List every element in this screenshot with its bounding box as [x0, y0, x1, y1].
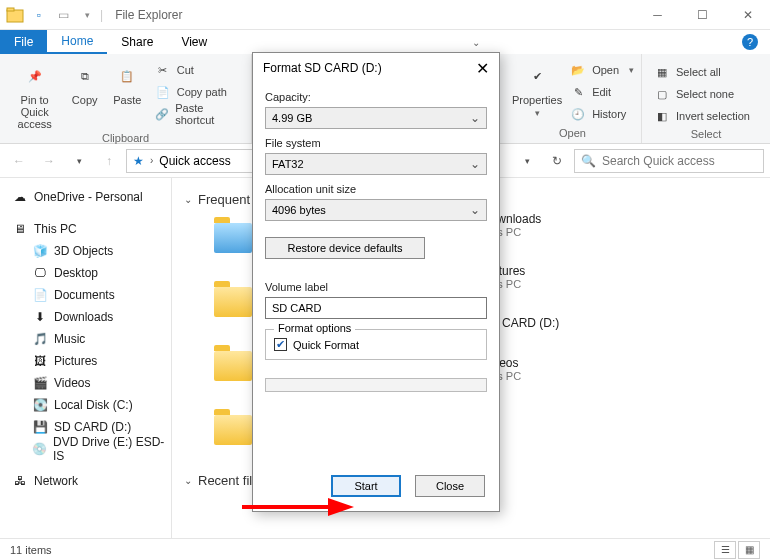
paste-shortcut-icon: 🔗 [155, 106, 170, 122]
search-input[interactable]: 🔍 Search Quick access [574, 149, 764, 173]
videos-icon: 🎬 [32, 375, 48, 391]
tree-network[interactable]: 🖧Network [4, 470, 167, 492]
restore-defaults-button[interactable]: Restore device defaults [265, 237, 425, 259]
edit-button[interactable]: ✎Edit [566, 82, 638, 102]
view-large-icons-button[interactable]: ▦ [738, 541, 760, 559]
forward-button[interactable]: → [36, 148, 62, 174]
tree-videos[interactable]: 🎬Videos [4, 372, 167, 394]
quick-access-star-icon: ★ [133, 154, 144, 168]
chevron-down-icon: ⌄ [184, 194, 192, 205]
window-title: File Explorer [115, 8, 182, 22]
history-icon: 🕘 [570, 106, 586, 122]
volume-label-input[interactable]: SD CARD [265, 297, 487, 319]
documents-icon: 📄 [32, 287, 48, 303]
tab-home[interactable]: Home [47, 30, 107, 54]
copy-button[interactable]: ⧉ Copy [65, 58, 104, 106]
tree-onedrive[interactable]: ☁OneDrive - Personal [4, 186, 167, 208]
capacity-select[interactable]: 4.99 GB [265, 107, 487, 129]
ribbon-collapse[interactable]: ⌄ [464, 30, 488, 54]
qat-dropdown-icon[interactable]: ▾ [76, 4, 98, 26]
edit-icon: ✎ [570, 84, 586, 100]
checkbox-checked-icon: ✔ [274, 338, 287, 351]
volume-label-label: Volume label [265, 281, 487, 293]
svg-rect-0 [7, 10, 23, 22]
start-button[interactable]: Start [331, 475, 401, 497]
invert-selection-button[interactable]: ◧Invert selection [650, 106, 754, 126]
tree-music[interactable]: 🎵Music [4, 328, 167, 350]
folder-icon [212, 281, 254, 323]
format-options-legend: Format options [274, 322, 355, 334]
refresh-button[interactable]: ↻ [544, 154, 570, 168]
network-icon: 🖧 [12, 473, 28, 489]
sd-icon: 💾 [32, 419, 48, 435]
paste-shortcut-button[interactable]: 🔗Paste shortcut [151, 104, 243, 124]
tab-file[interactable]: File [0, 30, 47, 54]
pc-icon: 🖥 [12, 221, 28, 237]
tab-share[interactable]: Share [107, 30, 167, 54]
app-icon [4, 4, 26, 26]
history-button[interactable]: 🕘History [566, 104, 638, 124]
tree-pictures[interactable]: 🖼Pictures [4, 350, 167, 372]
chevron-down-icon: ▾ [535, 108, 540, 118]
dialog-close-button[interactable]: ✕ [476, 59, 489, 78]
invert-selection-icon: ◧ [654, 108, 670, 124]
cut-icon: ✂ [155, 62, 171, 78]
desktop-icon: 🖵 [32, 265, 48, 281]
qat-props-icon[interactable]: ▭ [52, 4, 74, 26]
pin-to-quick-access-button[interactable]: 📌 Pin to Quick access [8, 58, 61, 130]
maximize-button[interactable]: ☐ [680, 0, 725, 30]
tab-view[interactable]: View [167, 30, 221, 54]
recent-locations-button[interactable]: ▾ [66, 148, 92, 174]
quick-format-checkbox[interactable]: ✔ Quick Format [274, 338, 478, 351]
format-progress [265, 378, 487, 392]
select-none-button[interactable]: ▢Select none [650, 84, 754, 104]
cut-button[interactable]: ✂Cut [151, 60, 243, 80]
tree-local-disk[interactable]: 💽Local Disk (C:) [4, 394, 167, 416]
properties-button[interactable]: ✔ Properties ▾ [512, 58, 562, 118]
chevron-right-icon: › [150, 155, 153, 166]
address-location: Quick access [159, 154, 230, 168]
search-placeholder: Search Quick access [602, 154, 715, 168]
format-options-group: Format options ✔ Quick Format [265, 329, 487, 360]
copy-icon: ⧉ [69, 60, 101, 92]
view-details-button[interactable]: ☰ [714, 541, 736, 559]
copy-path-icon: 📄 [155, 84, 171, 100]
downloads-icon: ⬇ [32, 309, 48, 325]
close-button-dialog[interactable]: Close [415, 475, 485, 497]
music-icon: 🎵 [32, 331, 48, 347]
status-item-count: 11 items [10, 544, 52, 556]
folder-icon [212, 409, 254, 451]
allocation-unit-select[interactable]: 4096 bytes [265, 199, 487, 221]
open-button[interactable]: 📂Open▾ [566, 60, 638, 80]
copy-path-button[interactable]: 📄Copy path [151, 82, 243, 102]
file-system-label: File system [265, 137, 487, 149]
folder-icon [212, 345, 254, 387]
back-button[interactable]: ← [6, 148, 32, 174]
close-button[interactable]: ✕ [725, 0, 770, 30]
dvd-icon: 💿 [32, 441, 47, 457]
tree-documents[interactable]: 📄Documents [4, 284, 167, 306]
pin-icon: 📌 [19, 60, 51, 92]
pictures-icon: 🖼 [32, 353, 48, 369]
group-label-select: Select [650, 126, 762, 142]
properties-icon: ✔ [521, 60, 553, 92]
disk-icon: 💽 [32, 397, 48, 413]
select-all-icon: ▦ [654, 64, 670, 80]
address-dropdown[interactable]: ▾ [514, 148, 540, 174]
qat-save-icon[interactable]: ▫ [28, 4, 50, 26]
chevron-down-icon: ⌄ [184, 475, 192, 486]
tree-3d-objects[interactable]: 🧊3D Objects [4, 240, 167, 262]
select-all-button[interactable]: ▦Select all [650, 62, 754, 82]
group-label-clipboard: Clipboard [8, 130, 243, 146]
paste-button[interactable]: 📋 Paste [108, 58, 147, 106]
tree-this-pc[interactable]: 🖥This PC [4, 218, 167, 240]
nav-tree: ☁OneDrive - Personal 🖥This PC 🧊3D Object… [0, 178, 172, 538]
file-system-select[interactable]: FAT32 [265, 153, 487, 175]
tree-downloads[interactable]: ⬇Downloads [4, 306, 167, 328]
tree-dvd-drive[interactable]: 💿DVD Drive (E:) ESD-IS [4, 438, 167, 460]
status-bar: 11 items ☰ ▦ [0, 538, 770, 560]
tree-desktop[interactable]: 🖵Desktop [4, 262, 167, 284]
minimize-button[interactable]: ─ [635, 0, 680, 30]
help-button[interactable]: ? [738, 30, 762, 54]
up-button[interactable]: ↑ [96, 148, 122, 174]
